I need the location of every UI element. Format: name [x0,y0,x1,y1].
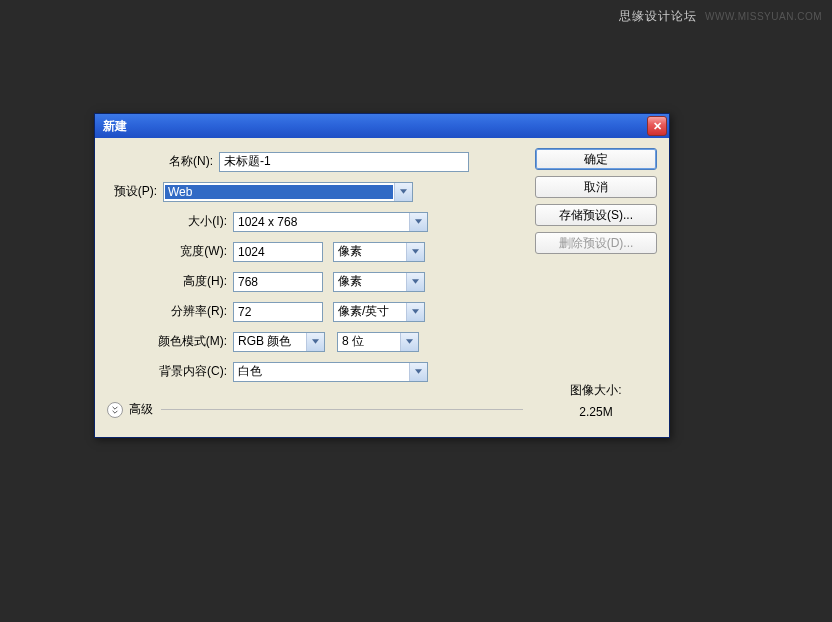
background-select[interactable]: 白色 [233,362,428,382]
color-mode-value: RGB 颜色 [234,333,306,350]
size-label: 大小(I): [121,213,233,230]
preset-label: 预设(P): [107,183,163,200]
height-unit-select[interactable]: 像素 [333,272,425,292]
bits-select[interactable]: 8 位 [337,332,419,352]
titlebar[interactable]: 新建 ✕ [95,114,669,138]
bits-value: 8 位 [338,333,400,350]
chevron-down-icon [394,183,412,201]
dialog-title: 新建 [103,118,647,135]
height-input[interactable] [233,272,323,292]
advanced-toggle[interactable] [107,402,123,418]
new-document-dialog: 新建 ✕ 名称(N): 预设(P): Web 大小(I [94,113,670,438]
chevron-down-icon [406,273,424,291]
width-label: 宽度(W): [121,243,233,260]
close-button[interactable]: ✕ [647,116,667,136]
save-preset-button[interactable]: 存储预设(S)... [535,204,657,226]
close-icon: ✕ [653,120,662,133]
width-input[interactable] [233,242,323,262]
watermark-text-cn: 思缘设计论坛 [619,8,697,25]
resolution-input[interactable] [233,302,323,322]
resolution-label: 分辨率(R): [121,303,233,320]
watermark: 思缘设计论坛 WWW.MISSYUAN.COM [619,8,822,25]
chevron-down-icon [406,303,424,321]
chevron-expand-icon [111,403,119,417]
filesize-label: 图像大小: [535,380,657,402]
watermark-text-url: WWW.MISSYUAN.COM [705,11,822,22]
filesize-info: 图像大小: 2.25M [535,380,657,423]
resolution-unit-value: 像素/英寸 [334,303,406,320]
button-column: 确定 取消 存储预设(S)... 删除预设(D)... 图像大小: 2.25M [535,148,657,423]
height-label: 高度(H): [121,273,233,290]
height-unit-value: 像素 [334,273,406,290]
color-mode-select[interactable]: RGB 颜色 [233,332,325,352]
preset-select[interactable]: Web [163,182,413,202]
size-select[interactable]: 1024 x 768 [233,212,428,232]
name-label: 名称(N): [107,153,219,170]
resolution-unit-select[interactable]: 像素/英寸 [333,302,425,322]
chevron-down-icon [406,243,424,261]
form-area: 名称(N): 预设(P): Web 大小(I): 1024 x 768 [107,148,523,423]
preset-value: Web [165,185,393,199]
background-value: 白色 [234,363,409,380]
delete-preset-button: 删除预设(D)... [535,232,657,254]
ok-button[interactable]: 确定 [535,148,657,170]
advanced-label: 高级 [129,401,153,418]
name-input[interactable] [219,152,469,172]
advanced-row: 高级 [107,401,523,418]
chevron-down-icon [400,333,418,351]
cancel-button[interactable]: 取消 [535,176,657,198]
size-value: 1024 x 768 [234,215,409,229]
chevron-down-icon [409,213,427,231]
chevron-down-icon [306,333,324,351]
filesize-value: 2.25M [535,402,657,424]
color-mode-label: 颜色模式(M): [121,333,233,350]
width-unit-select[interactable]: 像素 [333,242,425,262]
chevron-down-icon [409,363,427,381]
width-unit-value: 像素 [334,243,406,260]
background-label: 背景内容(C): [121,363,233,380]
